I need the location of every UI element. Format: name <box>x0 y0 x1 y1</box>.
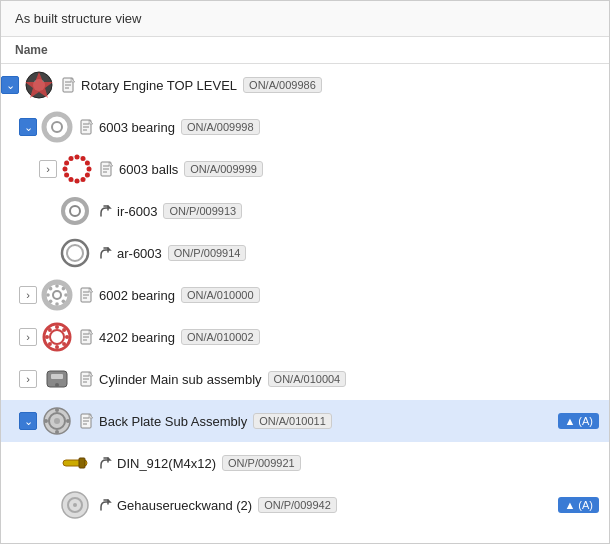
item-tag: ON/A/010011 <box>253 413 332 429</box>
thumbnail <box>39 361 75 397</box>
svg-point-21 <box>64 173 69 178</box>
doc-icon <box>61 77 77 93</box>
svg-point-40 <box>62 300 66 304</box>
svg-point-33 <box>63 199 87 223</box>
tree-row[interactable]: ar-6003 ON/P/009914 <box>1 232 609 274</box>
ref-icon <box>97 455 113 471</box>
svg-point-27 <box>85 161 90 166</box>
svg-rect-88 <box>79 458 85 468</box>
item-tag: ON/P/009942 <box>258 497 337 513</box>
svg-point-69 <box>55 383 59 387</box>
row-content: DIN_912(M4x12) ON/P/009921 <box>97 455 609 471</box>
svg-point-56 <box>55 345 59 349</box>
thumbnail <box>39 319 75 355</box>
doc-icon <box>79 371 95 387</box>
doc-icon <box>79 329 95 345</box>
svg-point-42 <box>49 300 53 304</box>
row-content: ar-6003 ON/P/009914 <box>97 245 609 261</box>
thumbnail <box>57 193 93 229</box>
svg-point-24 <box>69 156 74 161</box>
svg-point-81 <box>55 408 59 412</box>
badge: ▲ (A) <box>558 497 599 513</box>
svg-point-53 <box>50 330 64 344</box>
item-label: 6003 balls <box>119 162 178 177</box>
svg-point-20 <box>69 177 74 182</box>
badge: ▲ (A) <box>558 413 599 429</box>
tree-row[interactable]: › 6003 balls ON/A/009999 <box>1 148 609 190</box>
thumbnail <box>57 235 93 271</box>
item-tag: ON/P/009913 <box>163 203 242 219</box>
doc-icon <box>79 413 95 429</box>
item-label: 6003 bearing <box>99 120 175 135</box>
doc-icon <box>99 161 115 177</box>
toggle-right[interactable]: › <box>19 328 37 346</box>
svg-point-26 <box>81 156 86 161</box>
thumbnail <box>21 67 57 103</box>
svg-point-59 <box>48 328 52 332</box>
tree-row[interactable]: ⌄ Rotary Engine TOP LEVEL ON/A/009986 <box>1 64 609 106</box>
item-tag: ON/A/009998 <box>181 119 260 135</box>
tree-row[interactable]: ⌄ 6003 bearing ON/A/009998 <box>1 106 609 148</box>
svg-point-36 <box>67 245 83 261</box>
svg-rect-68 <box>51 374 63 379</box>
svg-point-80 <box>44 419 48 423</box>
item-label: ar-6003 <box>117 246 162 261</box>
svg-point-17 <box>85 173 90 178</box>
ref-icon <box>97 497 113 513</box>
tree-row[interactable]: Gehauserueckwand (2) ON/P/009942 ▲ (A) <box>1 484 609 526</box>
row-content: 4202 bearing ON/A/010002 <box>79 329 609 345</box>
svg-point-35 <box>62 240 88 266</box>
tree-row[interactable]: ⌄ Back Plate Sub Assembly ON/A/010011 ▲ … <box>1 400 609 442</box>
svg-point-44 <box>49 287 53 291</box>
toggle-down[interactable]: ⌄ <box>19 412 37 430</box>
tree-row[interactable]: DIN_912(M4x12) ON/P/009921 <box>1 442 609 484</box>
thumbnail <box>59 151 95 187</box>
panel: As built structure view Name ⌄ Rotary En… <box>0 0 610 544</box>
row-content: Cylinder Main sub assembly ON/A/010004 <box>79 371 609 387</box>
svg-point-9 <box>52 122 62 132</box>
svg-point-61 <box>62 328 66 332</box>
tree-row[interactable]: ir-6003 ON/P/009913 <box>1 190 609 232</box>
toggle-down[interactable]: ⌄ <box>19 118 37 136</box>
svg-point-45 <box>55 284 59 288</box>
toggle-right[interactable]: › <box>39 160 57 178</box>
svg-point-46 <box>62 287 66 291</box>
toggle-right[interactable]: › <box>19 370 37 388</box>
svg-point-34 <box>70 206 80 216</box>
item-label: DIN_912(M4x12) <box>117 456 216 471</box>
item-tag: ON/P/009921 <box>222 455 301 471</box>
doc-icon <box>79 287 95 303</box>
column-header-name: Name <box>1 37 609 64</box>
svg-point-22 <box>63 167 68 172</box>
svg-point-25 <box>75 155 80 160</box>
svg-point-60 <box>55 325 59 329</box>
ref-icon <box>97 203 113 219</box>
toggle-down[interactable]: ⌄ <box>1 76 19 94</box>
thumbnail <box>39 277 75 313</box>
doc-icon <box>79 119 95 135</box>
svg-point-77 <box>54 418 60 424</box>
svg-point-43 <box>46 293 50 297</box>
svg-point-58 <box>45 335 49 339</box>
item-label: Cylinder Main sub assembly <box>99 372 262 387</box>
item-label: Rotary Engine TOP LEVEL <box>81 78 237 93</box>
svg-point-23 <box>64 161 69 166</box>
item-tag: ON/A/010004 <box>268 371 347 387</box>
tree-row[interactable]: › 4202 bearing ON/A/010002 <box>1 316 609 358</box>
thumbnail <box>39 109 75 145</box>
item-label: 6002 bearing <box>99 288 175 303</box>
item-label: ir-6003 <box>117 204 157 219</box>
thumbnail <box>57 445 93 481</box>
toggle-right[interactable]: › <box>19 286 37 304</box>
svg-point-79 <box>55 430 59 434</box>
row-content: 6003 bearing ON/A/009998 <box>79 119 609 135</box>
row-content: Rotary Engine TOP LEVEL ON/A/009986 <box>61 77 609 93</box>
svg-point-15 <box>64 156 90 182</box>
svg-point-54 <box>65 335 69 339</box>
tree-row[interactable]: › Cylinder Main sub assembly ON/A/010004 <box>1 358 609 400</box>
tree-row[interactable]: › 6002 bearing ON/A/010000 <box>1 274 609 316</box>
row-content: Gehauserueckwand (2) ON/P/009942 <box>97 497 558 513</box>
item-tag: ON/A/009986 <box>243 77 322 93</box>
thumbnail <box>57 487 93 523</box>
svg-point-78 <box>66 419 70 423</box>
